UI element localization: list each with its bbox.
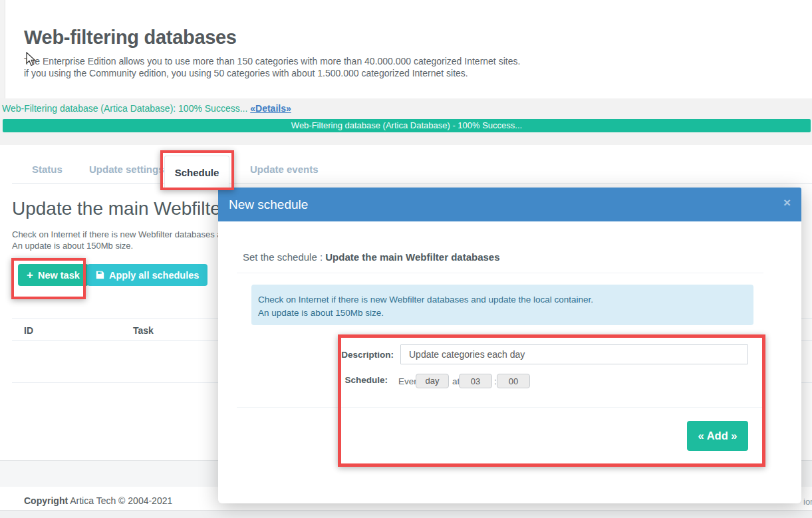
page-subtitle-line1: The Enterprise Edition allows you to use… xyxy=(24,56,520,66)
table-header-id: ID xyxy=(24,325,33,336)
schedule-label: Schedule: xyxy=(287,375,388,385)
minute-input[interactable] xyxy=(497,374,530,388)
description-label: Description: xyxy=(293,350,394,360)
info-box-line1: Check on Internet if there is new Webfil… xyxy=(258,293,744,307)
plus-icon: + xyxy=(27,269,33,281)
table-header-task: Task xyxy=(133,325,154,336)
partial-hidden-text: ion xyxy=(803,497,812,507)
tab-status[interactable]: Status xyxy=(32,164,63,175)
tab-schedule[interactable]: Schedule xyxy=(164,156,229,189)
modal-title: New schedule xyxy=(229,197,308,212)
page-subtitle-line2: if you using the Community edition, you … xyxy=(24,68,468,78)
modal-subtitle-prefix: Set the schedule : xyxy=(243,251,325,263)
description-input[interactable] xyxy=(400,344,748,364)
hour-input[interactable] xyxy=(459,374,492,388)
modal-divider-bottom xyxy=(237,407,763,408)
details-link[interactable]: «Details» xyxy=(250,103,291,114)
content-desc-line2: An update is about 150Mb size. xyxy=(12,241,133,251)
web-filtering-databases-page: Web-filtering databases The Enterprise E… xyxy=(0,0,812,518)
tab-schedule-label: Schedule xyxy=(175,167,219,178)
apply-all-schedules-label: Apply all schedules xyxy=(109,270,199,281)
copyright-text: Copyright Artica Tech © 2004-2021 xyxy=(24,495,172,506)
progress-bar-text: Web-Filtering database (Artica Database)… xyxy=(291,120,522,130)
left-gutter xyxy=(0,0,5,98)
status-text: Web-Filtering database (Artica Database)… xyxy=(2,103,247,114)
status-text-line: Web-Filtering database (Artica Database)… xyxy=(2,103,291,114)
info-box-line2: An update is about 150Mb size. xyxy=(258,307,744,320)
modal-divider-top xyxy=(237,273,763,273)
period-select[interactable]: day xyxy=(416,374,449,388)
copyright-bold: Copyright xyxy=(24,495,68,506)
new-task-button[interactable]: + New task xyxy=(18,264,88,286)
tab-bottom-border xyxy=(12,183,812,184)
new-schedule-modal: New schedule × Set the schedule : Update… xyxy=(218,188,801,503)
modal-header: New schedule × xyxy=(218,188,801,221)
page-title: Web-filtering databases xyxy=(24,27,237,49)
close-icon[interactable]: × xyxy=(783,195,791,210)
add-button[interactable]: « Add » xyxy=(687,421,748,451)
tab-update-settings[interactable]: Update settings xyxy=(89,164,164,175)
info-box: Check on Internet if there is new Webfil… xyxy=(251,285,753,325)
tab-update-events[interactable]: Update events xyxy=(250,164,319,175)
progress-bar: Web-Filtering database (Artica Database)… xyxy=(3,119,811,132)
floppy-disk-icon xyxy=(96,271,104,279)
modal-subtitle-task: Update the main Webfilter databases xyxy=(325,251,499,263)
new-task-button-label: New task xyxy=(38,270,80,281)
modal-subtitle: Set the schedule : Update the main Webfi… xyxy=(243,251,500,263)
apply-all-schedules-button[interactable]: Apply all schedules xyxy=(87,264,207,286)
copyright-rest: Artica Tech © 2004-2021 xyxy=(68,495,172,506)
footer-bottom-strip xyxy=(0,510,812,518)
